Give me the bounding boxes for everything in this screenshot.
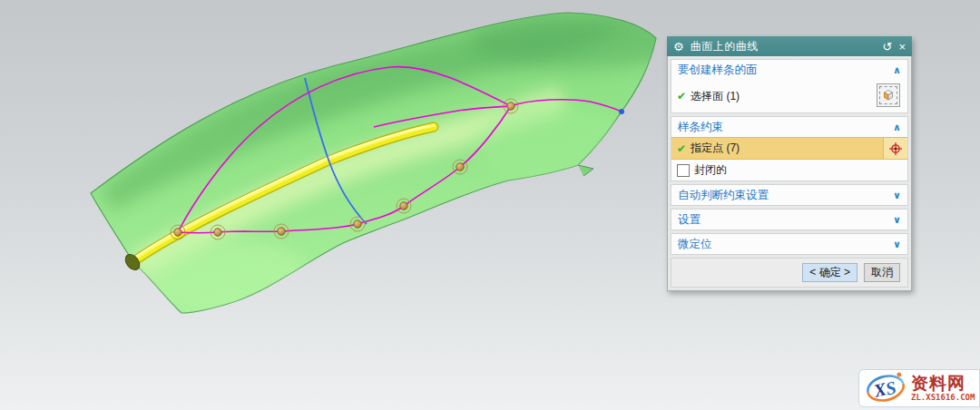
- group-inferred-label: 自动判断约束设置: [678, 188, 769, 203]
- watermark-badge: X S 资料网 ZL.XS1616.COM: [858, 369, 980, 407]
- face-select-button[interactable]: [877, 83, 900, 107]
- specified-point[interactable]: [214, 229, 221, 236]
- specified-point[interactable]: [278, 228, 285, 235]
- curve-on-surface-dialog: ⚙ 曲面上的曲线 ↺ × 要创建样条的面 ∧ ✔ 选择面 (1): [667, 36, 912, 291]
- specified-point[interactable]: [354, 220, 361, 228]
- curve-endpoint-dot[interactable]: [619, 109, 624, 114]
- closed-checkbox[interactable]: [677, 164, 690, 177]
- select-face-row[interactable]: ✔ 选择面 (1): [671, 80, 907, 112]
- group-settings: 设置 ∨: [671, 209, 908, 230]
- select-face-label: 选择面 (1): [691, 89, 740, 104]
- chevron-down-icon[interactable]: ∨: [893, 190, 901, 201]
- closed-label: 封闭的: [694, 162, 727, 178]
- watermark-logo: X S: [864, 372, 907, 405]
- group-face-label: 要创建样条的面: [678, 63, 758, 78]
- specified-point[interactable]: [456, 163, 464, 171]
- dialog-body: 要创建样条的面 ∧ ✔ 选择面 (1): [667, 56, 912, 291]
- surface-fold-edge: [578, 165, 593, 176]
- cube-icon: [879, 86, 897, 104]
- group-micro-positioning: 微定位 ∨: [671, 233, 908, 255]
- group-inferred-constraints: 自动判断约束设置 ∨: [671, 184, 908, 206]
- specified-point[interactable]: [174, 229, 181, 236]
- chevron-up-icon[interactable]: ∧: [893, 122, 901, 133]
- specified-point[interactable]: [400, 202, 407, 210]
- group-face-header[interactable]: 要创建样条的面 ∧: [671, 60, 907, 80]
- group-settings-header[interactable]: 设置 ∨: [671, 210, 907, 229]
- watermark-site-name: 资料网: [911, 375, 975, 392]
- group-micro-label: 微定位: [678, 237, 712, 252]
- group-settings-label: 设置: [678, 212, 701, 228]
- closed-checkbox-row[interactable]: 封闭的: [671, 160, 907, 181]
- chevron-down-icon[interactable]: ∨: [893, 214, 901, 226]
- group-micro-header[interactable]: 微定位 ∨: [671, 234, 907, 254]
- group-constraints-label: 样条约束: [678, 120, 723, 135]
- watermark-site-url: ZL.XS1616.COM: [911, 394, 975, 402]
- crosshair-icon: [888, 142, 903, 156]
- point-dialog-button[interactable]: [883, 138, 907, 159]
- chevron-up-icon[interactable]: ∧: [893, 64, 901, 76]
- group-inferred-header[interactable]: 自动判断约束设置 ∨: [671, 185, 907, 205]
- check-icon: ✔: [677, 142, 686, 155]
- chevron-down-icon[interactable]: ∨: [893, 239, 901, 250]
- specify-point-label: 指定点 (7): [691, 141, 740, 156]
- close-icon[interactable]: ×: [898, 41, 906, 53]
- group-constraints-header[interactable]: 样条约束 ∧: [671, 117, 907, 137]
- specified-point[interactable]: [507, 102, 514, 110]
- group-spline-constraints: 样条约束 ∧ ✔ 指定点 (7): [671, 116, 908, 181]
- dialog-title: 曲面上的曲线: [691, 39, 877, 54]
- gear-icon[interactable]: ⚙: [673, 41, 684, 53]
- group-face-to-spline: 要创建样条的面 ∧ ✔ 选择面 (1): [671, 59, 908, 113]
- ok-button[interactable]: < 确定 >: [802, 263, 858, 282]
- reset-icon[interactable]: ↺: [883, 41, 893, 53]
- surface-group[interactable]: [91, 13, 690, 315]
- dialog-footer: < 确定 > 取消: [671, 258, 908, 288]
- dialog-titlebar[interactable]: ⚙ 曲面上的曲线 ↺ ×: [667, 36, 912, 56]
- check-icon: ✔: [677, 90, 686, 102]
- surface-shading: [100, 14, 690, 315]
- specify-point-row[interactable]: ✔ 指定点 (7): [671, 137, 907, 160]
- cancel-button[interactable]: 取消: [864, 263, 900, 282]
